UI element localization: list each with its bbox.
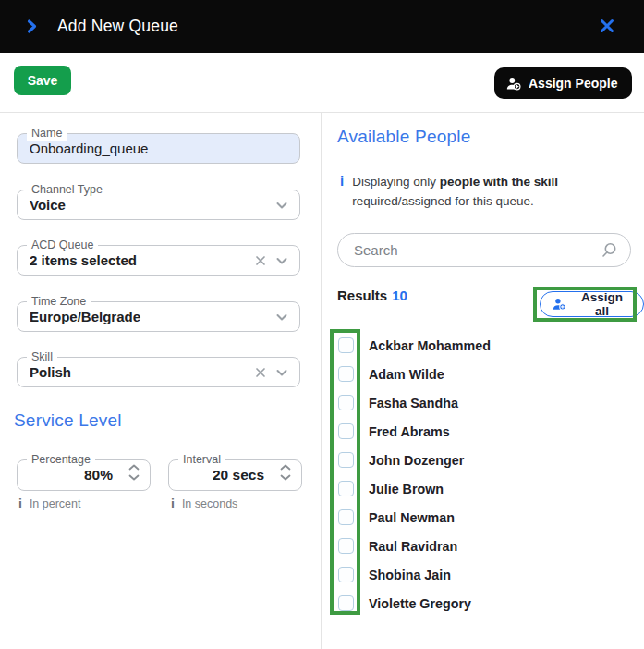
assign-people-button[interactable]: Assign People — [494, 67, 632, 99]
name-field[interactable]: Name — [17, 133, 300, 164]
person-add-icon — [506, 77, 521, 91]
people-search — [337, 233, 631, 267]
results-counter: Results10 — [337, 288, 407, 303]
person-name: Adam Wilde — [369, 367, 444, 382]
chevron-down-icon[interactable] — [273, 252, 290, 269]
expand-chevron-icon[interactable] — [24, 18, 40, 34]
person-checkbox[interactable] — [338, 595, 354, 611]
person-row[interactable]: Fred Abrams — [338, 417, 491, 446]
person-name: Paul Newman — [369, 510, 455, 525]
column-divider — [321, 112, 322, 649]
person-name: Ackbar Mohammed — [369, 338, 491, 353]
person-row[interactable]: Violette Gregory — [338, 589, 491, 618]
interval-field[interactable]: Interval 20 secs — [168, 459, 302, 491]
percentage-field[interactable]: Percentage 80% — [17, 459, 151, 491]
person-name: Fred Abrams — [369, 424, 450, 439]
info-icon: i — [340, 173, 344, 211]
info-icon: i — [18, 496, 22, 511]
person-checkbox[interactable] — [338, 395, 354, 410]
person-checkbox[interactable] — [338, 337, 354, 353]
person-name: Shobina Jain — [369, 568, 451, 582]
stepper-up-icon[interactable] — [279, 463, 292, 471]
person-name: Raul Ravidran — [369, 539, 457, 554]
search-icon[interactable] — [600, 241, 618, 260]
interval-value[interactable]: 20 secs — [213, 460, 264, 490]
person-name: Julie Brown — [369, 482, 444, 496]
chevron-down-icon[interactable] — [273, 309, 290, 325]
person-add-icon — [553, 298, 566, 311]
channel-type-value: Voice — [30, 190, 66, 219]
person-checkbox[interactable] — [338, 538, 354, 554]
assign-all-label: Assign all — [573, 290, 631, 318]
person-checkbox[interactable] — [338, 452, 354, 468]
person-row[interactable]: Adam Wilde — [338, 360, 491, 388]
stepper-up-icon[interactable] — [128, 463, 140, 471]
channel-type-select[interactable]: Channel Type Voice — [17, 190, 300, 220]
stepper-down-icon[interactable] — [128, 473, 140, 482]
panel-header: Add New Queue — [0, 0, 644, 53]
name-field-label: Name — [27, 127, 67, 141]
results-label: Results — [337, 288, 387, 303]
person-row[interactable]: Raul Ravidran — [338, 532, 491, 560]
person-name: Violette Gregory — [369, 596, 471, 611]
person-row[interactable]: John Dozenger — [338, 446, 491, 474]
panel-title: Add New Queue — [57, 0, 178, 53]
person-row[interactable]: Fasha Sandha — [338, 388, 491, 417]
clear-icon[interactable] — [254, 366, 267, 379]
person-name: John Dozenger — [369, 453, 464, 468]
acd-queue-select[interactable]: ACD Queue 2 items selected — [17, 245, 300, 276]
percentage-value[interactable]: 80% — [84, 460, 113, 490]
person-row[interactable]: Paul Newman — [338, 503, 491, 532]
toolbar-divider — [0, 112, 644, 113]
service-level-heading: Service Level — [14, 410, 122, 431]
assign-all-button[interactable]: Assign all — [540, 291, 644, 317]
person-row[interactable]: Shobina Jain — [338, 560, 491, 589]
interval-hint-text: In seconds — [182, 497, 237, 510]
skill-select[interactable]: Skill Polish — [17, 357, 300, 387]
chevron-down-icon[interactable] — [273, 197, 290, 214]
chevron-down-icon[interactable] — [273, 364, 290, 381]
person-row[interactable]: Ackbar Mohammed — [338, 331, 491, 360]
results-count: 10 — [392, 288, 407, 303]
time-zone-select[interactable]: Time Zone Europe/Belgrade — [17, 301, 300, 332]
person-row[interactable]: Julie Brown — [338, 474, 491, 503]
close-icon[interactable] — [599, 18, 615, 34]
person-checkbox[interactable] — [338, 366, 354, 382]
acd-queue-value: 2 items selected — [30, 246, 137, 275]
person-checkbox[interactable] — [338, 481, 354, 496]
add-new-queue-panel: Add New Queue Save Assign People Name Ch… — [0, 0, 644, 649]
interval-hint: i In seconds — [171, 496, 237, 511]
person-checkbox[interactable] — [338, 567, 354, 582]
save-button[interactable]: Save — [14, 66, 71, 95]
available-people-heading: Available People — [337, 127, 470, 147]
clear-icon[interactable] — [254, 254, 267, 267]
person-name: Fasha Sandha — [369, 396, 458, 410]
percentage-hint: i In percent — [18, 496, 80, 511]
skill-filter-info: i Displaying only people with the skill … — [340, 172, 608, 211]
stepper-down-icon[interactable] — [279, 473, 292, 482]
available-people-list: Ackbar Mohammed Adam Wilde Fasha Sandha … — [338, 331, 491, 618]
skill-value: Polish — [30, 358, 71, 386]
person-checkbox[interactable] — [338, 423, 354, 439]
time-zone-value: Europe/Belgrade — [30, 302, 140, 331]
percentage-stepper[interactable] — [128, 463, 140, 482]
info-icon: i — [171, 496, 175, 511]
percentage-hint-text: In percent — [30, 497, 81, 510]
skill-filter-info-text: Displaying only people with the skill re… — [352, 172, 558, 211]
interval-stepper[interactable] — [279, 463, 292, 482]
search-input[interactable] — [338, 234, 630, 266]
person-checkbox[interactable] — [338, 509, 354, 525]
assign-people-label: Assign People — [529, 76, 617, 91]
